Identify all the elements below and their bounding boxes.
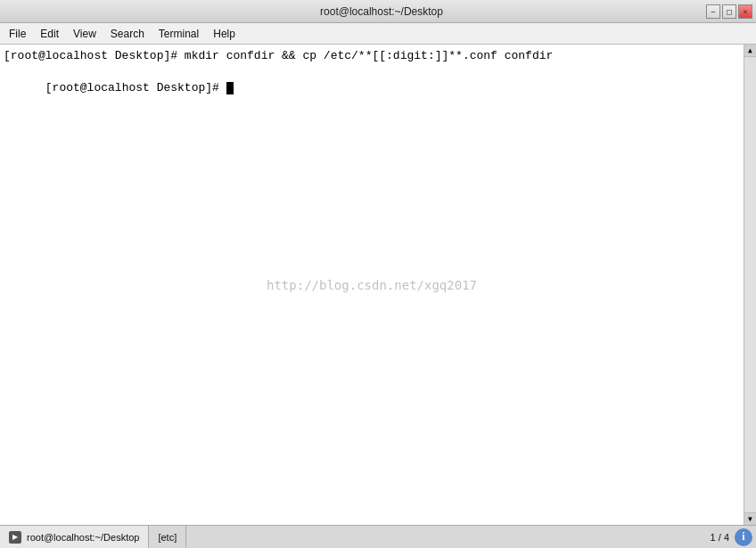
main-area: [root@localhost Desktop]# mkdir confdir … <box>0 45 756 525</box>
status-tab-2[interactable]: [etc] <box>149 526 186 548</box>
menu-view[interactable]: View <box>66 26 103 42</box>
scrollbar-up-button[interactable]: ▲ <box>744 45 756 57</box>
status-right: 1 / 4 i <box>711 526 756 548</box>
status-tab-1-label: root@localhost:~/Desktop <box>27 532 139 543</box>
title-bar: root@localhost:~/Desktop − □ ✕ <box>0 0 756 23</box>
scrollbar-down-button[interactable]: ▼ <box>744 512 756 525</box>
menu-terminal[interactable]: Terminal <box>152 26 206 42</box>
terminal-line-2: [root@localhost Desktop]# <box>4 64 740 113</box>
maximize-button[interactable]: □ <box>722 4 736 19</box>
scrollbar-track[interactable] <box>744 57 756 512</box>
status-tab-2-label: [etc] <box>158 532 177 543</box>
terminal-cursor <box>226 82 234 94</box>
watermark: http://blog.csdn.net/xgq2017 <box>267 278 477 292</box>
status-tab-1[interactable]: ▶ root@localhost:~/Desktop <box>0 526 149 548</box>
menu-edit[interactable]: Edit <box>33 26 66 42</box>
menu-help[interactable]: Help <box>206 26 242 42</box>
menu-bar: File Edit View Search Terminal Help <box>0 23 756 45</box>
window-controls: − □ ✕ <box>706 4 752 19</box>
page-indicator: 1 / 4 <box>711 532 729 543</box>
minimize-button[interactable]: − <box>706 4 720 19</box>
terminal-content[interactable]: [root@localhost Desktop]# mkdir confdir … <box>0 45 744 525</box>
window-title: root@localhost:~/Desktop <box>320 5 443 18</box>
menu-search[interactable]: Search <box>103 26 152 42</box>
status-bar: ▶ root@localhost:~/Desktop [etc] 1 / 4 i <box>0 525 756 548</box>
scrollbar[interactable]: ▲ ▼ <box>744 45 756 525</box>
menu-file[interactable]: File <box>2 26 33 42</box>
terminal-tab-icon: ▶ <box>9 531 21 544</box>
terminal-line-1: [root@localhost Desktop]# mkdir confdir … <box>4 48 740 64</box>
info-button[interactable]: i <box>735 528 752 546</box>
close-button[interactable]: ✕ <box>738 4 752 19</box>
